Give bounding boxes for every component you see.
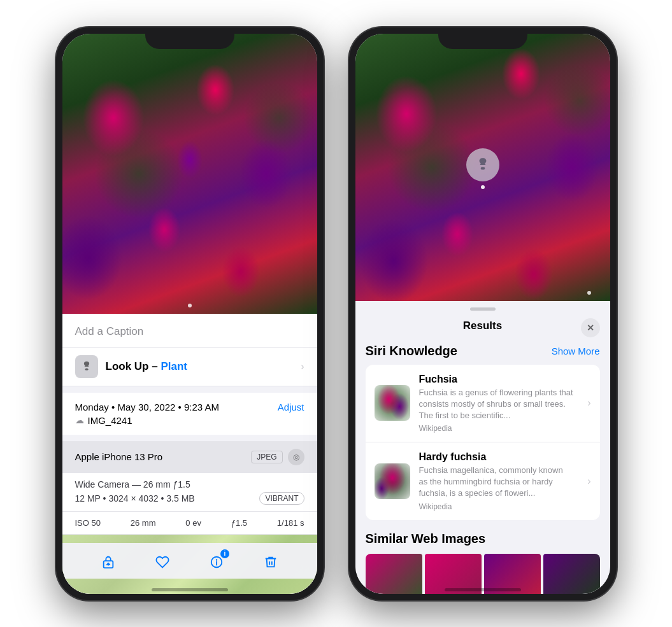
knowledge-thumb-1 [375,385,410,421]
info-badge: i [220,549,229,558]
page-dot [188,304,192,307]
meta-date: Monday • May 30, 2022 • 9:23 AM [75,402,219,412]
knowledge-title-2: Hardy fuchsia [419,451,574,463]
visual-search-button[interactable] [466,148,499,181]
knowledge-title-1: Fuchsia [419,374,574,385]
left-phone: Add a Caption Look Up – Plant › Mon [56,27,324,600]
caption-area[interactable]: Add a Caption [62,314,317,348]
bottom-toolbar: i [62,543,317,579]
close-button[interactable]: ✕ [581,318,600,337]
vibrant-badge: VIBRANT [259,492,304,505]
left-photo[interactable] [62,34,317,314]
knowledge-desc-1: Fuchsia is a genus of flowering plants t… [419,387,574,422]
specs-line: 12 MP • 3024 × 4032 • 3.5 MB VIBRANT [75,492,304,505]
look-up-chevron-icon: › [301,361,304,372]
exif-iso: ISO 50 [75,518,101,528]
knowledge-thumb-2 [375,463,410,499]
exif-shutter: 1/181 s [277,518,304,528]
jpeg-badge: JPEG [251,451,282,463]
adjust-button[interactable]: Adjust [278,402,304,412]
siri-header: Siri Knowledge Show More [366,340,600,365]
share-button[interactable] [97,551,120,574]
home-indicator-right [445,588,521,591]
drag-handle[interactable] [470,307,496,311]
knowledge-item-fuchsia[interactable]: Fuchsia Fuchsia is a genus of flowering … [366,365,600,443]
chevron-icon-2: › [587,476,590,487]
delete-button[interactable] [259,551,282,574]
visual-search-dot [481,185,485,189]
right-photo[interactable] [355,34,610,301]
exif-ev: 0 ev [185,518,201,528]
knowledge-info-1: Fuchsia Fuchsia is a genus of flowering … [419,374,574,433]
cloud-icon: ☁ [75,415,84,425]
knowledge-source-1: Wikipedia [419,424,574,433]
exif-row: ISO 50 26 mm 0 ev ƒ1.5 1/181 s [62,512,317,535]
device-details: Wide Camera — 26 mm ƒ1.5 12 MP • 3024 × … [62,473,317,512]
siri-knowledge-section: Siri Knowledge Show More Fuchsia Fuchsia… [355,340,610,520]
left-screen: Add a Caption Look Up – Plant › Mon [62,34,317,594]
results-header: Results ✕ [355,314,610,340]
knowledge-desc-2: Fuchsia magellanica, commonly known as t… [419,465,574,500]
page-dot-right [587,291,591,295]
info-button[interactable]: i [205,551,228,574]
look-up-row[interactable]: Look Up – Plant › [62,348,317,386]
results-panel: Results ✕ Siri Knowledge Show More Fuchs… [355,301,610,594]
exif-aperture: ƒ1.5 [231,518,247,528]
device-name: Apple iPhone 13 Pro [75,451,163,462]
similar-image-1[interactable] [366,554,422,594]
camera-line: Wide Camera — 26 mm ƒ1.5 [75,479,304,490]
home-indicator [152,588,228,591]
svg-point-0 [85,368,88,370]
right-screen: Results ✕ Siri Knowledge Show More Fuchs… [355,34,610,594]
look-up-icon [75,355,98,378]
flower-overlay [62,34,317,314]
knowledge-info-2: Hardy fuchsia Fuchsia magellanica, commo… [419,451,574,511]
device-badges: JPEG ◎ [251,449,304,465]
similar-title: Similar Web Images [366,532,600,546]
right-phone: Results ✕ Siri Knowledge Show More Fuchs… [349,27,617,600]
show-more-button[interactable]: Show More [552,346,600,356]
knowledge-source-2: Wikipedia [419,502,574,511]
caption-input[interactable]: Add a Caption [75,325,144,337]
location-icon: ◎ [288,449,304,465]
results-title: Results [463,320,502,332]
look-up-text: Look Up – Plant [106,360,187,373]
notch [145,27,234,49]
similar-section: Similar Web Images [355,521,610,594]
notch-right [438,27,527,49]
siri-title: Siri Knowledge [366,344,457,358]
knowledge-item-hardy[interactable]: Hardy fuchsia Fuchsia magellanica, commo… [366,442,600,520]
exif-focal: 26 mm [131,518,156,528]
svg-point-5 [480,167,485,169]
device-header: Apple iPhone 13 Pro JPEG ◎ [62,441,317,473]
knowledge-card: Fuchsia Fuchsia is a genus of flowering … [366,365,600,520]
meta-section: Monday • May 30, 2022 • 9:23 AM Adjust ☁… [62,393,317,435]
similar-image-4[interactable] [543,554,600,594]
favorite-button[interactable] [151,551,174,574]
chevron-icon-1: › [587,397,590,409]
meta-filename: ☁ IMG_4241 [75,415,304,426]
